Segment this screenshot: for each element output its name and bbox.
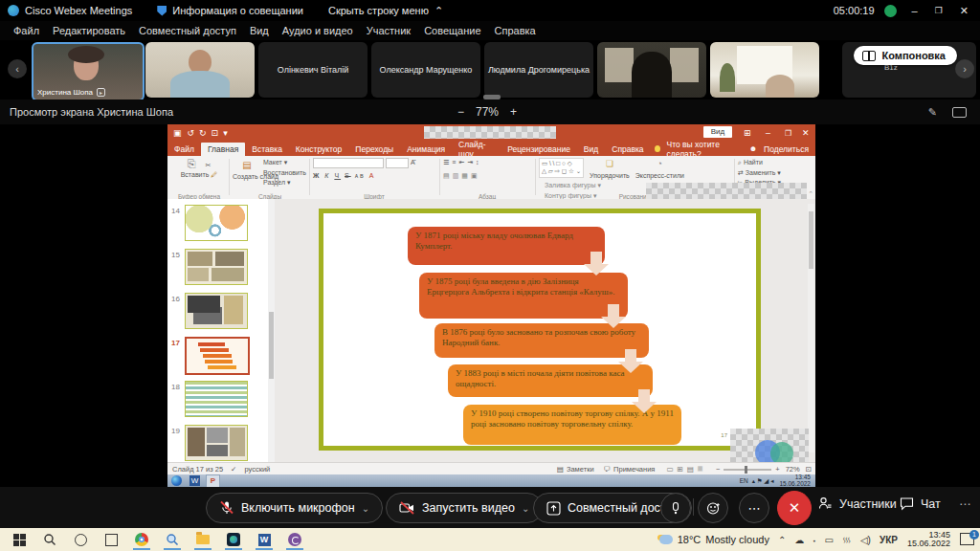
restore-button[interactable]: ❐ — [935, 6, 943, 15]
host-language-indicator[interactable]: УКР — [880, 535, 898, 545]
replace-button[interactable]: Заменить — [746, 169, 775, 176]
redo-icon[interactable]: ↻ — [199, 128, 207, 138]
participant-tile[interactable]: Олінкевич Віталій — [258, 42, 368, 98]
tab-transitions[interactable]: Переходы — [348, 143, 400, 156]
participant-tile[interactable]: Людмила Дрогомирецька — [484, 42, 593, 98]
start-button[interactable] — [8, 529, 31, 550]
scrollbar-thumb[interactable] — [809, 211, 813, 269]
slide-thumbnail-19[interactable] — [185, 425, 248, 461]
remote-start-button[interactable] — [171, 475, 182, 486]
ribbon-options-icon[interactable]: ⊞ — [744, 128, 751, 138]
more-panels-button[interactable]: ⋯ — [959, 496, 971, 511]
participant-tile-video[interactable]: Христина Шопа ▸ — [32, 42, 145, 101]
align-center-button[interactable]: ▥ — [453, 172, 462, 179]
chat-panel-button[interactable]: Чат — [900, 496, 941, 511]
align-left-button[interactable]: ▤ — [443, 172, 453, 179]
filmstrip-prev-button[interactable]: ‹ — [8, 59, 27, 78]
avatar[interactable] — [884, 5, 897, 17]
reactions-button[interactable] — [698, 493, 728, 523]
paste-button[interactable]: Вставить — [181, 171, 210, 178]
filmstrip-next-button[interactable]: › — [955, 59, 974, 78]
slide-thumb-item[interactable]: 17 — [167, 337, 275, 375]
zoom-out-button[interactable]: − — [716, 465, 720, 474]
recorder-button[interactable] — [660, 493, 691, 523]
video-options-chevron-icon[interactable]: ⌄ — [522, 503, 529, 514]
cut-icon[interactable]: ✂ — [205, 162, 211, 168]
participant-tile[interactable]: Олександр Марущенко — [371, 42, 480, 98]
tab-insert[interactable]: Вставка — [245, 143, 289, 156]
minimize-button[interactable]: – — [912, 5, 918, 16]
display-icon[interactable] — [952, 107, 967, 118]
zoom-in-button[interactable]: + — [775, 465, 779, 474]
volume-icon[interactable]: ◁) — [860, 535, 871, 545]
participant-tile-video[interactable] — [710, 42, 819, 98]
slide-canvas[interactable]: У 1871 році міську владу очолював Едвард… — [319, 209, 761, 451]
meeting-info-button[interactable]: Информация о совещании — [157, 5, 303, 16]
language-indicator[interactable]: русский — [244, 465, 270, 474]
start-slideshow-icon[interactable]: ⊡ — [212, 128, 219, 138]
participant-tile-video[interactable] — [145, 42, 255, 98]
host-clock[interactable]: 13:45 15.06.2022 — [907, 531, 950, 549]
mute-button[interactable]: Включить микрофон ⌄ — [206, 493, 383, 523]
ppt-close-button[interactable]: ✕ — [802, 128, 810, 138]
slide-thumb-item[interactable]: 19 — [167, 425, 275, 462]
menu-share[interactable]: Совместный доступ — [139, 25, 236, 36]
bullets-button[interactable]: ☰ — [443, 159, 452, 165]
undo-icon[interactable]: ↺ — [188, 128, 195, 138]
zoom-percentage[interactable]: 72% — [786, 465, 800, 474]
ppt-minimize-button[interactable]: – — [766, 128, 770, 138]
webex-taskbar-button[interactable] — [222, 529, 245, 550]
save-icon[interactable]: ▣ — [173, 128, 182, 138]
slide-thumbnail-14[interactable] — [185, 205, 248, 241]
quick-styles-button[interactable]: Экспресс-стили — [635, 172, 684, 179]
thumbnail-scrollbar[interactable] — [268, 199, 275, 462]
slide-thumbnail-15[interactable] — [185, 249, 248, 285]
collapse-ribbon-icon[interactable]: ⌃ — [808, 190, 813, 198]
layout-menu-item[interactable]: Макет — [263, 159, 282, 165]
reset-menu-item[interactable]: Восстановить — [263, 169, 306, 176]
participant-tile-video[interactable] — [597, 42, 706, 98]
timeline-box-1875[interactable]: У 1875 році була введена в дію Залізниця… — [419, 273, 628, 319]
layout-button[interactable]: Компоновка — [854, 46, 957, 65]
zoom-slider[interactable] — [724, 469, 771, 471]
char-spacing-icon[interactable]: ᴀʙ — [355, 172, 366, 179]
grow-font-icon[interactable]: А̂ — [411, 159, 415, 165]
comments-button[interactable]: Примечания — [613, 465, 655, 474]
shapes-gallery[interactable]: ▭ \ \ □ ○ ◇△ ▱ ⇨ ◻ ☆ ⌄ — [539, 158, 584, 178]
notes-button[interactable]: Заметки — [567, 465, 594, 474]
menu-meeting[interactable]: Совещание — [424, 25, 480, 36]
slide-thumb-item[interactable]: 14 — [167, 205, 275, 243]
viber-taskbar-button[interactable] — [283, 529, 306, 550]
view-switcher-buttons[interactable]: ▭⊞▤𝄜 — [666, 465, 705, 474]
italic-button[interactable]: К — [324, 172, 330, 179]
underline-button[interactable]: Ч — [334, 172, 341, 179]
tab-animations[interactable]: Анимация — [400, 143, 452, 156]
mic-options-chevron-icon[interactable]: ⌄ — [362, 503, 369, 514]
qat-dropdown-icon[interactable]: ▾ — [223, 128, 228, 138]
align-right-button[interactable]: ▦ — [461, 172, 471, 179]
new-slide-icon[interactable]: ▤ — [242, 160, 251, 170]
tray-expand-icon[interactable]: ⌃ — [778, 535, 786, 545]
font-size-combobox[interactable] — [386, 158, 409, 168]
bold-button[interactable]: Ж — [313, 172, 321, 179]
arrange-button[interactable]: Упорядочить — [590, 172, 630, 179]
scrollbar-thumb[interactable] — [269, 312, 274, 379]
start-video-button[interactable]: Запустить видео ⌄ — [386, 493, 543, 523]
tab-home[interactable]: Главная — [201, 143, 245, 156]
paste-icon[interactable]: ⎘ — [188, 158, 196, 169]
menu-participant[interactable]: Участник — [367, 25, 411, 36]
leave-meeting-button[interactable]: ✕ — [777, 491, 812, 525]
onedrive-icon[interactable]: ☁ — [794, 535, 804, 545]
more-options-button[interactable]: ⋯ — [739, 493, 769, 523]
shape-fill-button[interactable]: Заливка фигуры — [545, 182, 595, 188]
wifi-icon[interactable]: ᯾ — [842, 535, 852, 545]
word-taskbar-button[interactable]: W — [253, 529, 276, 550]
fit-slide-button[interactable]: ⊡ — [806, 465, 812, 474]
battery-icon[interactable]: ▭ — [824, 535, 833, 545]
remote-language-indicator[interactable]: EN — [740, 477, 748, 484]
menu-help[interactable]: Справка — [495, 25, 536, 36]
slide-thumb-item[interactable]: 16 — [167, 293, 275, 331]
taskbar-search-button[interactable] — [38, 529, 61, 550]
tab-help[interactable]: Справка — [605, 143, 650, 156]
editor-scrollbar[interactable] — [808, 204, 814, 452]
